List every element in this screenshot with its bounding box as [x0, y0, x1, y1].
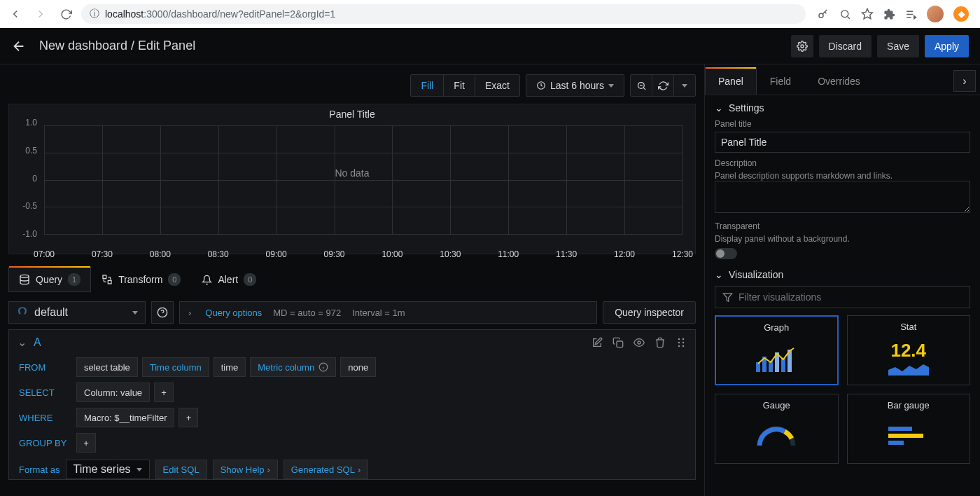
datasource-help-button[interactable] — [151, 301, 174, 324]
add-groupby-button[interactable]: + — [76, 433, 96, 453]
zoom-out-button[interactable] — [630, 74, 652, 97]
edit-sql-button[interactable]: Edit SQL — [155, 460, 207, 479]
select-column-chip[interactable]: Column: value — [76, 383, 150, 402]
save-button[interactable]: Save — [877, 35, 919, 57]
viz-card-stat[interactable]: Stat 12.4 — [847, 315, 971, 385]
svg-point-13 — [682, 338, 685, 340]
refresh-button[interactable] — [652, 74, 674, 97]
refresh-interval-button[interactable] — [673, 74, 696, 97]
time-column-value[interactable]: time — [214, 357, 246, 377]
query-inspector-button[interactable]: Query inspector — [603, 301, 696, 324]
trash-icon[interactable] — [654, 337, 666, 348]
transparent-toggle[interactable] — [715, 248, 737, 259]
viz-card-gauge[interactable]: Gauge — [715, 394, 839, 464]
grafana-extension-icon[interactable]: ◆ — [953, 6, 969, 22]
tab-panel[interactable]: Panel — [705, 67, 757, 95]
svg-rect-7 — [103, 275, 106, 279]
tab-query[interactable]: Query 1 — [8, 267, 91, 292]
where-macro-chip[interactable]: Macro: $__timeFilter — [76, 408, 174, 427]
profile-avatar[interactable] — [927, 6, 944, 22]
svg-marker-26 — [888, 364, 929, 376]
editor-topbar: New dashboard / Edit Panel Discard Save … — [0, 28, 980, 64]
query-a: ⌄ A FROM select table Time column time M… — [8, 329, 696, 480]
duplicate-icon[interactable] — [612, 337, 624, 348]
viz-card-bar-gauge[interactable]: Bar gauge — [847, 394, 971, 464]
edit-icon[interactable] — [592, 337, 603, 348]
tab-alert[interactable]: Alert 0 — [191, 267, 267, 292]
drag-handle-icon[interactable] — [676, 337, 687, 348]
extensions-icon[interactable] — [883, 8, 895, 20]
fit-button[interactable]: Fit — [443, 74, 475, 97]
format-select[interactable]: Time series — [66, 460, 150, 479]
svg-point-6 — [20, 275, 29, 277]
panel-title-input[interactable] — [715, 132, 970, 153]
side-tabs: Panel Field Overrides › — [705, 67, 980, 95]
datasource-selector[interactable]: default — [8, 301, 146, 324]
browser-reload-button[interactable] — [56, 4, 76, 24]
visualization-heading[interactable]: ⌄Visualization — [715, 269, 970, 280]
visualization-filter[interactable] — [715, 286, 970, 308]
media-icon[interactable] — [905, 8, 917, 20]
description-label: Description — [715, 158, 970, 168]
chart-grid — [44, 125, 682, 234]
browser-chrome: ⓘ localhost:3000/dashboard/new?editPanel… — [0, 0, 980, 28]
info-icon: ⓘ — [90, 8, 99, 20]
chevron-down-icon — [608, 84, 614, 88]
add-select-button[interactable]: + — [154, 383, 174, 402]
zoom-icon[interactable] — [839, 8, 851, 20]
from-table-chip[interactable]: select table — [76, 357, 138, 377]
exact-button[interactable]: Exact — [475, 74, 520, 97]
query-options-bar[interactable]: › Query options MD = auto = 972 Interval… — [179, 301, 597, 324]
postgres-icon — [16, 306, 29, 319]
browser-forward-button[interactable] — [31, 4, 50, 24]
transparent-hint: Display panel without a background. — [715, 234, 970, 244]
show-help-button[interactable]: Show Help › — [213, 460, 278, 479]
metric-column-value[interactable]: none — [340, 357, 376, 377]
preview-toolbar: Fill Fit Exact Last 6 hours — [8, 74, 696, 97]
discard-button[interactable]: Discard — [819, 35, 872, 57]
svg-marker-2 — [862, 9, 873, 19]
transparent-label: Transparent — [715, 221, 970, 231]
browser-back-button[interactable] — [6, 4, 25, 24]
collapse-sidepanel-button[interactable]: › — [953, 70, 976, 92]
visualization-filter-input[interactable] — [738, 291, 962, 303]
chevron-right-icon: › — [188, 308, 191, 318]
key-icon[interactable] — [817, 8, 830, 20]
browser-url-bar[interactable]: ⓘ localhost:3000/dashboard/new?editPanel… — [81, 4, 806, 24]
metric-column-label: Metric column — [250, 357, 336, 377]
dashboard-settings-button[interactable] — [791, 35, 813, 57]
svg-rect-29 — [888, 441, 904, 445]
settings-heading[interactable]: ⌄Settings — [715, 102, 970, 113]
filter-icon — [722, 292, 733, 303]
star-icon[interactable] — [861, 8, 874, 20]
query-tabs: Query 1 Transform 0 Alert 0 — [8, 267, 696, 293]
eye-icon[interactable] — [634, 337, 645, 348]
time-range-label: Last 6 hours — [550, 80, 604, 91]
fill-button[interactable]: Fill — [410, 74, 444, 97]
tab-overrides[interactable]: Overrides — [804, 67, 874, 95]
svg-rect-20 — [756, 362, 760, 372]
generated-sql-button[interactable]: Generated SQL › — [284, 460, 368, 479]
query-ref-label: A — [34, 336, 41, 349]
apply-button[interactable]: Apply — [925, 35, 969, 57]
svg-point-0 — [819, 13, 823, 18]
panel-title: Panel Title — [9, 104, 695, 121]
time-range-picker[interactable]: Last 6 hours — [526, 74, 624, 97]
svg-point-12 — [678, 338, 680, 340]
time-column-label: Time column — [142, 357, 209, 377]
visualization-grid: Graph Stat 12.4 Gauge Bar gauge — [705, 315, 980, 474]
svg-rect-10 — [617, 341, 623, 347]
description-textarea[interactable] — [715, 181, 970, 213]
back-arrow-button[interactable] — [11, 39, 27, 54]
viz-card-graph[interactable]: Graph — [715, 315, 839, 385]
chevron-down-icon[interactable]: ⌄ — [18, 336, 27, 349]
tab-field[interactable]: Field — [757, 67, 804, 95]
svg-point-16 — [678, 345, 680, 347]
add-where-button[interactable]: + — [178, 408, 198, 427]
svg-rect-27 — [888, 427, 912, 431]
tab-transform[interactable]: Transform 0 — [91, 267, 191, 292]
chevron-down-icon — [682, 84, 687, 88]
url-host: localhost — [105, 8, 144, 20]
svg-point-17 — [682, 345, 685, 347]
page-title: New dashboard / Edit Panel — [39, 39, 195, 53]
